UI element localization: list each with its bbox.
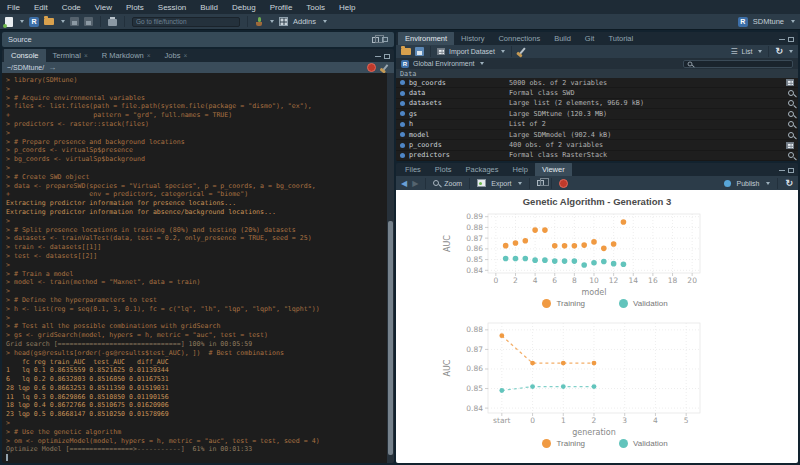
- env-row-p_coords[interactable]: p_coords400 obs. of 2 variables: [396, 140, 798, 150]
- close-icon[interactable]: ×: [183, 52, 187, 59]
- tab-terminal[interactable]: Terminal×: [46, 49, 95, 62]
- export-caret-icon[interactable]: [518, 182, 522, 185]
- tab-viewer[interactable]: Viewer: [535, 163, 572, 176]
- save-all-icon[interactable]: [84, 17, 93, 26]
- import-dataset-icon[interactable]: [437, 48, 445, 55]
- stop-icon[interactable]: [367, 63, 376, 72]
- tab-history[interactable]: History: [454, 32, 491, 45]
- goto-directory-icon[interactable]: →: [48, 63, 56, 72]
- tab-connections[interactable]: Connections: [491, 32, 547, 45]
- tab-console[interactable]: Console: [4, 49, 46, 62]
- clear-console-icon[interactable]: [382, 64, 389, 71]
- source-restore-icon[interactable]: [372, 37, 379, 43]
- addins-caret-icon[interactable]: [323, 20, 327, 23]
- open-in-window-icon[interactable]: [537, 180, 544, 186]
- menu-item-file[interactable]: File: [7, 3, 20, 12]
- source-maximize-icon[interactable]: [382, 37, 388, 42]
- env-row-bg_coords[interactable]: bg_coords5000 obs. of 2 variables: [396, 78, 798, 88]
- menu-item-help[interactable]: Help: [339, 3, 355, 12]
- console-scrollbar[interactable]: [387, 73, 394, 463]
- export-button[interactable]: Export: [491, 180, 511, 187]
- menu-item-view[interactable]: View: [95, 3, 112, 12]
- open-file-icon[interactable]: [44, 18, 54, 25]
- tab-tutorial[interactable]: Tutorial: [601, 32, 640, 45]
- scope-caret-icon[interactable]: [480, 62, 484, 65]
- close-icon[interactable]: ×: [147, 52, 151, 59]
- env-row-data[interactable]: dataFormal class SWD: [396, 88, 798, 98]
- tab-r-markdown[interactable]: R Markdown×: [95, 49, 158, 62]
- tab-packages[interactable]: Packages: [459, 163, 506, 176]
- menu-item-debug[interactable]: Debug: [232, 3, 256, 12]
- publish-button[interactable]: Publish: [736, 180, 759, 187]
- menu-item-tools[interactable]: Tools: [306, 3, 325, 12]
- minimize-icon[interactable]: [779, 39, 785, 41]
- publish-caret-icon[interactable]: [766, 182, 770, 185]
- goto-file-input[interactable]: [132, 17, 240, 27]
- new-file-icon[interactable]: [5, 17, 13, 27]
- back-icon[interactable]: ◀: [401, 179, 407, 188]
- env-row-gs[interactable]: gsLarge SDMtune (120.3 MB): [396, 109, 798, 119]
- project-button[interactable]: SDMtune: [753, 17, 784, 26]
- save-icon[interactable]: [70, 17, 79, 26]
- maximize-icon[interactable]: [788, 168, 794, 173]
- tab-environment[interactable]: Environment: [398, 32, 454, 45]
- source-pane-header[interactable]: Source: [2, 32, 394, 47]
- tab-git[interactable]: Git: [578, 32, 602, 45]
- maximize-icon[interactable]: [384, 54, 390, 59]
- close-icon[interactable]: ×: [84, 52, 88, 59]
- magnifier-icon[interactable]: [788, 132, 794, 138]
- workspace-caret-icon[interactable]: [270, 20, 274, 23]
- project-caret-icon[interactable]: [791, 20, 795, 23]
- menu-item-profile[interactable]: Profile: [270, 3, 293, 12]
- forward-icon[interactable]: ▶: [412, 179, 418, 188]
- minimize-icon[interactable]: [375, 56, 381, 58]
- load-workspace-icon[interactable]: [401, 48, 411, 55]
- clear-objects-icon[interactable]: [518, 47, 525, 55]
- table-icon[interactable]: [786, 79, 794, 86]
- save-workspace-icon[interactable]: [415, 47, 424, 56]
- env-row-h[interactable]: hList of 2: [396, 120, 798, 130]
- refresh-viewer-icon[interactable]: ↻: [785, 179, 793, 188]
- workspace-icon[interactable]: [255, 17, 263, 26]
- list-caret-icon[interactable]: [758, 50, 762, 53]
- environment-search-input[interactable]: [683, 60, 793, 68]
- tab-jobs[interactable]: Jobs×: [158, 49, 195, 62]
- menu-item-edit[interactable]: Edit: [34, 3, 48, 12]
- new-file-caret-icon[interactable]: [20, 20, 24, 23]
- maximize-icon[interactable]: [788, 37, 794, 42]
- zoom-button[interactable]: Zoom: [444, 180, 462, 187]
- tab-plots[interactable]: Plots: [428, 163, 459, 176]
- zoom-icon[interactable]: [433, 180, 439, 186]
- magnifier-icon[interactable]: [788, 121, 794, 127]
- magnifier-icon[interactable]: [788, 100, 794, 106]
- menu-item-build[interactable]: Build: [200, 3, 218, 12]
- menu-item-plots[interactable]: Plots: [126, 3, 144, 12]
- remove-plot-icon[interactable]: [559, 179, 568, 188]
- menu-item-code[interactable]: Code: [62, 3, 81, 12]
- magnifier-icon[interactable]: [788, 111, 794, 117]
- pane-layout-icon[interactable]: [279, 17, 288, 26]
- minimize-icon[interactable]: [779, 170, 785, 172]
- refresh-environment-icon[interactable]: ↻: [775, 47, 783, 56]
- recent-files-caret-icon[interactable]: [61, 20, 65, 23]
- console-output[interactable]: > library(SDMtune)> > # Acquire environm…: [2, 73, 394, 463]
- tab-build[interactable]: Build: [547, 32, 578, 45]
- refresh-caret-icon[interactable]: [789, 50, 793, 53]
- export-icon[interactable]: [477, 179, 486, 187]
- import-dataset-button[interactable]: Import Dataset: [449, 48, 495, 55]
- new-project-icon[interactable]: R: [29, 17, 39, 27]
- magnifier-icon[interactable]: [788, 152, 794, 158]
- env-row-predictors[interactable]: predictorsFormal class RasterStack: [396, 151, 798, 161]
- table-icon[interactable]: [786, 142, 794, 149]
- env-row-model[interactable]: modelLarge SDMmodel (902.4 kB): [396, 130, 798, 140]
- magnifier-icon[interactable]: [788, 90, 794, 96]
- tab-help[interactable]: Help: [505, 163, 534, 176]
- viewer-content[interactable]: Genetic Algorithm - Generation 302468101…: [396, 190, 798, 463]
- menu-item-session[interactable]: Session: [158, 3, 186, 12]
- tab-files[interactable]: Files: [398, 163, 428, 176]
- import-dataset-caret-icon[interactable]: [501, 50, 505, 53]
- addins-button[interactable]: Addins: [293, 17, 316, 26]
- global-environment-selector[interactable]: Global Environment: [413, 60, 474, 67]
- list-view-button[interactable]: List: [742, 48, 753, 55]
- print-icon[interactable]: [108, 19, 117, 26]
